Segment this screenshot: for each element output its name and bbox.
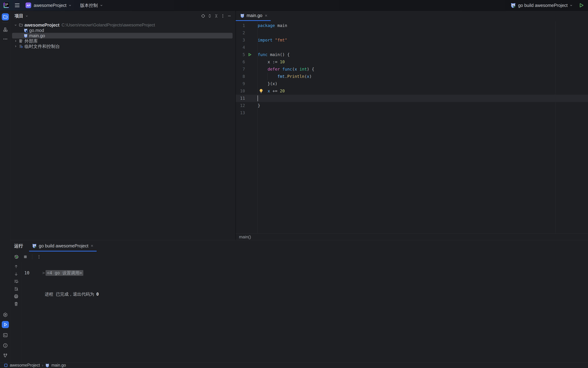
prev-occurrence-button[interactable] bbox=[13, 263, 19, 270]
tree-row-main-go[interactable]: main.go bbox=[11, 33, 235, 38]
scroll-to-end-button[interactable] bbox=[13, 286, 19, 292]
code-line-3[interactable]: 3import "fmt" bbox=[236, 37, 588, 44]
project-tool-button[interactable] bbox=[2, 13, 9, 20]
code-text[interactable] bbox=[257, 44, 588, 51]
close-icon[interactable] bbox=[264, 14, 268, 17]
code-line-4[interactable]: 4 bbox=[236, 44, 588, 51]
vcs-widget[interactable]: 版本控制 bbox=[80, 2, 98, 8]
code-line-9[interactable]: 9 }(x) bbox=[236, 80, 588, 87]
code-line-8[interactable]: 8 fmt.Println(x) bbox=[236, 73, 588, 80]
run-gutter-icon[interactable] bbox=[245, 51, 257, 58]
print-button[interactable] bbox=[13, 293, 19, 300]
terminal-tool-button[interactable] bbox=[2, 332, 9, 339]
code-text[interactable]: x += 20 bbox=[257, 87, 588, 95]
run-console-output[interactable]: ><4 go 设置调用> 10 进程 已完成，退出代码为0 bbox=[21, 262, 588, 362]
statusbar-breadcrumb-project[interactable]: awesomeProject bbox=[10, 363, 40, 368]
code-text[interactable]: } bbox=[257, 102, 588, 109]
line-number: 11 bbox=[236, 95, 245, 102]
gutter bbox=[245, 109, 257, 117]
chevron-right-icon[interactable] bbox=[13, 39, 18, 43]
editor-breadcrumbs[interactable]: main() bbox=[236, 234, 588, 240]
project-panel-header: 项目 bbox=[11, 11, 235, 21]
console-command-line[interactable]: ><4 go 设置调用> bbox=[21, 262, 588, 269]
project-widget[interactable]: awesomeProject bbox=[34, 3, 66, 8]
run-configuration-selector[interactable]: go build awesomeProject bbox=[510, 2, 573, 8]
code-text[interactable]: package main bbox=[257, 22, 588, 29]
locate-file-button[interactable] bbox=[200, 13, 206, 19]
code-text[interactable]: x := 10 bbox=[257, 58, 588, 66]
tree-row-scratches[interactable]: 临时文件和控制台 bbox=[11, 44, 235, 49]
code-line-10[interactable]: 10 x += 20 bbox=[236, 87, 588, 95]
code-text[interactable]: }(x) bbox=[257, 80, 588, 87]
tree-item-label: main.go bbox=[29, 33, 45, 38]
chevron-right-icon[interactable] bbox=[13, 45, 18, 48]
more-icon bbox=[3, 37, 8, 42]
code-line-1[interactable]: 1package main bbox=[236, 22, 588, 29]
main-menu-button[interactable] bbox=[15, 4, 19, 7]
tree-item-label: go.mod bbox=[29, 28, 44, 33]
code-line-13[interactable]: 13 bbox=[236, 109, 588, 117]
tab-run-configuration[interactable]: go build awesomeProject bbox=[29, 240, 97, 251]
options-kebab-button[interactable] bbox=[219, 13, 226, 19]
code-text[interactable] bbox=[257, 95, 588, 102]
run-panel-title[interactable]: 运行 bbox=[14, 243, 23, 249]
version-control-tool-button[interactable] bbox=[2, 352, 9, 359]
services-tool-button[interactable] bbox=[2, 311, 9, 318]
gutter bbox=[245, 66, 257, 73]
line-number: 12 bbox=[236, 102, 245, 109]
code-line-2[interactable]: 2 bbox=[236, 29, 588, 37]
line-number: 6 bbox=[236, 58, 245, 66]
line-number: 9 bbox=[236, 80, 245, 87]
tree-row-go-mod[interactable]: go.mod bbox=[11, 28, 235, 33]
line-number: 7 bbox=[236, 66, 245, 73]
code-text[interactable] bbox=[257, 29, 588, 37]
close-icon[interactable] bbox=[90, 244, 94, 248]
code-text[interactable]: fmt.Println(x) bbox=[257, 73, 588, 80]
line-number: 10 bbox=[236, 87, 245, 95]
hide-panel-button[interactable] bbox=[226, 13, 233, 19]
more-tool-windows-button[interactable] bbox=[2, 36, 9, 43]
intention-bulb-icon[interactable] bbox=[258, 88, 264, 94]
terminal-icon bbox=[3, 333, 8, 338]
code-text[interactable] bbox=[257, 109, 588, 117]
code-line-12[interactable]: 12} bbox=[236, 102, 588, 109]
code-line-11[interactable]: 11 bbox=[236, 95, 588, 102]
run-config-gopher-icon bbox=[32, 243, 37, 248]
code-editor[interactable]: 1package main23import "fmt"45func main()… bbox=[236, 21, 588, 234]
code-line-6[interactable]: 6 x := 10 bbox=[236, 58, 588, 66]
project-panel-title[interactable]: 项目 bbox=[15, 13, 23, 19]
code-line-7[interactable]: 7 defer func(x int) { bbox=[236, 66, 588, 73]
tree-item-label: awesomeProject bbox=[25, 23, 59, 28]
project-avatar[interactable]: AP bbox=[26, 2, 31, 8]
git-branch-icon bbox=[3, 353, 8, 358]
expand-all-button[interactable] bbox=[206, 13, 213, 19]
statusbar-breadcrumb-file[interactable]: main.go bbox=[51, 363, 66, 368]
clear-console-button[interactable] bbox=[13, 301, 19, 307]
soft-wrap-button[interactable] bbox=[13, 278, 19, 285]
problems-tool-button[interactable] bbox=[2, 342, 9, 349]
more-options-kebab-button[interactable] bbox=[36, 253, 43, 260]
tab-label: main.go bbox=[247, 13, 262, 18]
run-button[interactable] bbox=[579, 2, 584, 8]
rerun-button[interactable] bbox=[13, 253, 20, 260]
run-toolbar bbox=[11, 251, 588, 262]
structure-tool-button[interactable] bbox=[2, 26, 9, 33]
tree-row-external-libraries[interactable]: 外部库 bbox=[11, 38, 235, 44]
line-number: 4 bbox=[236, 44, 245, 51]
tab-main-go[interactable]: main.go bbox=[236, 11, 271, 20]
stop-button[interactable] bbox=[22, 253, 29, 260]
code-text[interactable]: defer func(x int) { bbox=[257, 66, 588, 73]
run-tool-button[interactable] bbox=[2, 321, 9, 328]
gutter bbox=[245, 102, 257, 109]
tree-row-project-root[interactable]: awesomeProject C:\Users\meowr\GolandProj… bbox=[11, 22, 235, 28]
next-occurrence-button[interactable] bbox=[13, 271, 19, 277]
chevron-down-icon[interactable] bbox=[13, 23, 18, 27]
gutter bbox=[245, 95, 257, 102]
code-text[interactable]: func main() { bbox=[257, 51, 588, 58]
code-line-5[interactable]: 5func main() { bbox=[236, 51, 588, 58]
console-blank-line bbox=[21, 276, 588, 284]
scratches-icon bbox=[18, 44, 24, 48]
code-text[interactable]: import "fmt" bbox=[257, 37, 588, 44]
collapse-all-button[interactable] bbox=[213, 13, 219, 19]
folded-go-settings-chip[interactable]: <4 go 设置调用> bbox=[45, 270, 83, 276]
